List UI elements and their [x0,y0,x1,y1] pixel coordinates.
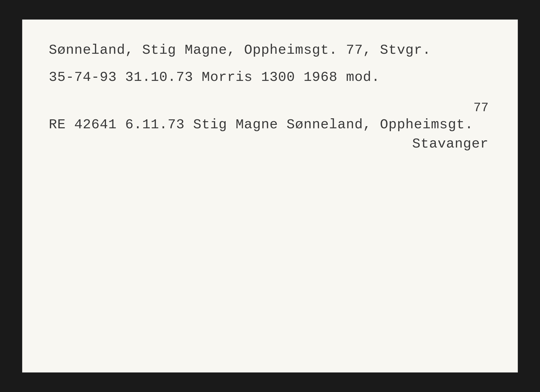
document-card: Sønneland, Stig Magne, Oppheimsgt. 77, S… [22,19,518,373]
line2-text: 35-74-93 31.10.73 Morris 1300 1968 mod. [49,68,491,87]
line1-text: Sønneland, Stig Magne, Oppheimsgt. 77, S… [49,41,491,60]
page-number: 77 [49,100,489,116]
line3-text: RE 42641 6.11.73 Stig Magne Sønneland, O… [49,115,491,135]
lower-block: 77 RE 42641 6.11.73 Stig Magne Sønneland… [49,100,491,154]
line4-text: Stavanger [49,135,489,154]
